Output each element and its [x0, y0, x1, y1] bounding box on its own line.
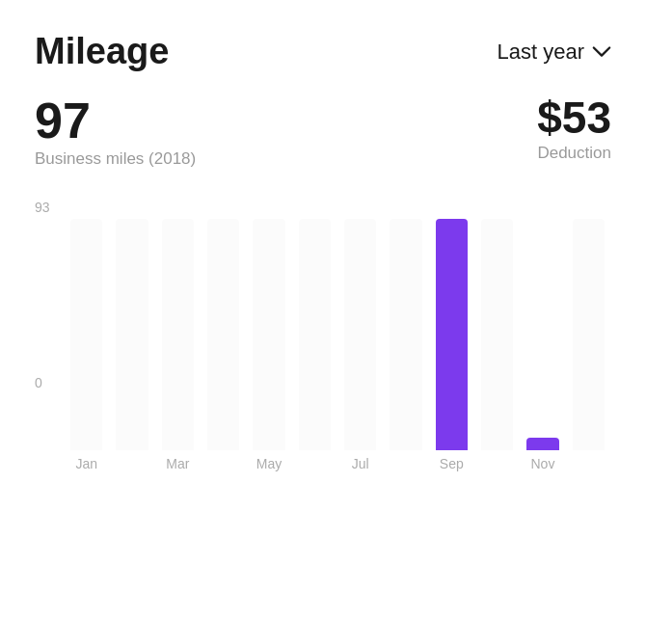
bar-group-may — [246, 219, 291, 450]
y-axis-min: 0 — [35, 375, 42, 390]
period-selector[interactable]: Last year — [498, 40, 612, 65]
period-label: Last year — [498, 40, 585, 65]
page-title: Mileage — [35, 31, 169, 72]
stats-row: 97 Business miles (2018) $53 Deduction — [35, 95, 611, 169]
y-axis-max: 93 — [35, 200, 50, 215]
x-label-nov: Nov — [520, 456, 565, 471]
bar-mar[interactable] — [162, 219, 194, 450]
x-label-jan: Jan — [64, 456, 109, 471]
bar-may[interactable] — [253, 219, 284, 450]
miles-stat: 97 Business miles (2018) — [35, 95, 196, 169]
deduction-label: Deduction — [537, 144, 611, 163]
x-label-may: May — [246, 456, 291, 471]
bar-jan[interactable] — [70, 219, 102, 450]
bar-group-apr — [201, 219, 246, 450]
bar-jul[interactable] — [344, 219, 376, 450]
bars-container — [64, 200, 611, 450]
x-label-apr — [201, 456, 246, 471]
miles-value: 97 — [35, 95, 196, 146]
bar-apr[interactable] — [207, 219, 239, 450]
x-label-dec — [566, 456, 611, 471]
x-axis-labels: JanMarMayJulSepNov — [64, 456, 611, 471]
bar-feb[interactable] — [116, 219, 148, 450]
bar-oct[interactable] — [481, 219, 513, 450]
x-label-sep: Sep — [429, 456, 474, 471]
bar-jun[interactable] — [299, 219, 331, 450]
bar-group-oct — [474, 219, 520, 450]
bar-group-mar — [155, 219, 201, 450]
x-label-jul: Jul — [337, 456, 383, 471]
bar-group-feb — [109, 219, 154, 450]
x-label-feb — [109, 456, 154, 471]
bar-dec[interactable] — [573, 219, 605, 450]
bar-aug[interactable] — [390, 219, 421, 450]
bar-nov[interactable] — [526, 438, 558, 450]
bar-sep[interactable] — [436, 219, 468, 450]
bar-group-dec — [566, 219, 611, 450]
chevron-down-icon — [592, 42, 611, 62]
deduction-stat: $53 Deduction — [537, 95, 611, 163]
mileage-card: Mileage Last year 97 Business miles (201… — [0, 0, 646, 644]
chart-wrapper: 93 0 JanMarMayJulSepNov — [35, 200, 611, 471]
header-row: Mileage Last year — [35, 31, 611, 72]
miles-label: Business miles (2018) — [35, 149, 196, 169]
x-label-mar: Mar — [155, 456, 201, 471]
deduction-value: $53 — [537, 95, 611, 140]
bar-group-jul — [337, 219, 383, 450]
bar-group-aug — [383, 219, 428, 450]
bar-group-nov — [520, 438, 565, 450]
bar-group-sep — [429, 219, 474, 450]
bar-group-jan — [64, 219, 109, 450]
x-label-jun — [292, 456, 337, 471]
x-label-aug — [383, 456, 428, 471]
bar-group-jun — [292, 219, 337, 450]
x-label-oct — [474, 456, 520, 471]
